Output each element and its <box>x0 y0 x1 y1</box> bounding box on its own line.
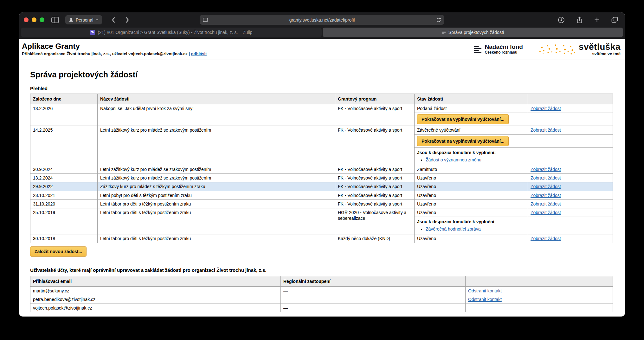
url-text: granty.svetluska.net/zadatel/profil <box>208 17 436 23</box>
view-application-link[interactable]: Zobrazit žádost <box>531 184 561 189</box>
page-content: Správa projektových žádostí Přehled Zalo… <box>19 60 625 317</box>
accounts-table: Přihlašovací email Regionální zastoupení… <box>30 276 613 312</box>
cell-name: Letní zážitkový kurz pro mládež se zrako… <box>98 165 335 173</box>
share-button[interactable] <box>574 15 585 25</box>
view-application-link[interactable]: Zobrazit žádost <box>531 193 561 198</box>
profile-label: Personal <box>76 17 93 23</box>
action-cell: Pokračovat na vyplňování vyúčtování... <box>415 134 613 147</box>
forms-available-label: Jsou k dispozici fomuláře k vyplnění: <box>417 218 610 225</box>
cell-program: Každý něco dokáže (KND) <box>335 234 415 243</box>
cell-name: Letní tábor pro děti s těžkým postižením… <box>98 234 335 243</box>
application-row: 30.9.2024 Letní zážitkový kurz pro mláde… <box>30 165 613 173</box>
form-link[interactable]: Žádost o významnou změnu <box>426 157 481 162</box>
share-icon <box>576 16 583 23</box>
reload-icon <box>436 17 441 23</box>
new-tab-button[interactable] <box>592 15 602 25</box>
forms-cell: Jsou k dispozici fomuláře k vyplnění: Zá… <box>415 217 613 234</box>
col-header-actions <box>528 94 613 104</box>
cell-name: Zážitkový kurz pro mládež s těžkým posti… <box>98 182 335 191</box>
view-application-link[interactable]: Zobrazit žádost <box>531 128 561 133</box>
svetluska-dots-icon <box>538 42 576 56</box>
col-header-date: Založeno dne <box>30 94 98 104</box>
tab-zulip[interactable]: (21) #01 Organizacni > Grant Svetluska (… <box>21 28 322 37</box>
cell-region: — <box>281 286 466 295</box>
cell-program: FK - Volnočasové aktivity a sport <box>335 165 415 173</box>
cell-region: — <box>281 304 466 312</box>
svetluska-tagline: svítíme ve tmě <box>579 51 621 56</box>
cell-actions: Odstranit kontakt <box>466 286 613 295</box>
profile-button[interactable]: Personal <box>65 15 102 24</box>
cell-program: FK - Volnočasové aktivity a sport <box>335 174 415 182</box>
form-link[interactable]: Závěrečná hodnotící zpráva <box>426 226 481 232</box>
chevron-down-icon <box>95 19 99 21</box>
application-row: 30.10.2018 Letní tábor pro děti s těžkým… <box>30 234 613 243</box>
application-row: 31.10.2020 Letní tábor pro děti s těžkým… <box>30 199 613 208</box>
login-info: Přihlášená organizace Život trochu jinak… <box>22 51 207 56</box>
cell-status: Uzavřeno <box>415 208 528 217</box>
cell-name: Letní zážitkový kurz pro mládež se zrako… <box>98 174 335 182</box>
downloads-button[interactable] <box>555 15 567 25</box>
view-application-link[interactable]: Zobrazit žádost <box>531 175 561 180</box>
download-icon <box>558 16 565 23</box>
view-application-link[interactable]: Zobrazit žádost <box>531 106 561 111</box>
continue-settlement-button[interactable]: Pokračovat na vyplňování vyúčtování... <box>417 136 509 146</box>
tab-title: (21) #01 Organizacni > Grant Svetluska (… <box>98 30 252 35</box>
cell-email: petra.benedikova@zivotjinak.cz <box>30 295 281 304</box>
logout-link[interactable]: odhlásit <box>191 51 207 56</box>
cell-date: 30.10.2018 <box>30 234 98 243</box>
minimize-window-button[interactable] <box>32 17 36 22</box>
view-application-link[interactable]: Zobrazit žádost <box>531 167 561 172</box>
cell-email: martin@sukany.cz <box>30 286 281 295</box>
tabs-overview-icon <box>611 17 618 23</box>
table-header-row: Přihlašovací email Regionální zastoupení <box>30 276 613 286</box>
view-application-link[interactable]: Zobrazit žádost <box>531 236 561 241</box>
account-row: petra.benedikova@zivotjinak.cz — Odstran… <box>30 295 613 304</box>
forward-button[interactable] <box>123 15 132 25</box>
reload-button[interactable] <box>436 17 441 23</box>
login-info-text: Přihlášená organizace Život trochu jinak… <box>22 51 190 56</box>
cell-name: Nakopni se: Jak udělat první krok za svý… <box>98 104 335 126</box>
close-window-button[interactable] <box>24 17 29 22</box>
view-application-link[interactable]: Zobrazit žádost <box>531 201 561 206</box>
cell-status: Závěrečné vyúčtování <box>415 126 528 134</box>
address-bar[interactable]: granty.svetluska.net/zadatel/profil <box>200 15 444 25</box>
page-title: Správa projektových žádostí <box>30 70 613 79</box>
account-row: martin@sukany.cz — Odstranit kontakt <box>30 286 613 295</box>
cell-name: Letní pobyt pro děti s těžkým postižením… <box>98 191 335 199</box>
ceskeho-rozhlasu-text: Českého rozhlasu <box>485 50 523 55</box>
application-row: 25.10.2019 Letní tábor pro děti s těžkým… <box>30 208 613 217</box>
zoom-window-button[interactable] <box>40 17 44 22</box>
application-row: 23.10.2021 Letní pobyt pro děti s těžkým… <box>30 191 613 199</box>
cell-actions <box>466 304 613 312</box>
forms-available-label: Jsou k dispozici fomuláře k vyplnění: <box>417 149 610 155</box>
cell-actions: Zobrazit žádost <box>528 234 613 243</box>
create-new-application-button[interactable]: Založit novou žádost... <box>30 246 87 257</box>
sidebar-toggle-button[interactable] <box>49 15 61 25</box>
cell-date: 14.2.2025 <box>30 126 98 165</box>
cell-actions: Zobrazit žádost <box>528 104 613 113</box>
continue-settlement-button[interactable]: Pokračovat na vyplňování vyúčtování... <box>417 114 509 124</box>
forms-list: Závěrečná hodnotící zpráva <box>426 226 610 232</box>
account-row: vojtech.polasek@zivotjinak.cz — <box>30 304 613 312</box>
cell-date: 29.9.2022 <box>30 182 98 191</box>
cell-actions: Zobrazit žádost <box>528 182 613 191</box>
col-header-name: Název žádosti <box>98 94 335 104</box>
cell-date: 30.9.2024 <box>30 165 98 173</box>
application-row: 13.2.2024 Letní zážitkový kurz pro mláde… <box>30 174 613 182</box>
view-application-link[interactable]: Zobrazit žádost <box>531 210 561 215</box>
tab-granty[interactable]: Správa projektových žádostí <box>323 28 623 37</box>
col-header-status: Stav žádosti <box>415 94 528 104</box>
remove-contact-link[interactable]: Odstranit kontakt <box>468 288 502 293</box>
forms-list-item: Žádost o významnou změnu <box>426 157 610 163</box>
tab-overview-button[interactable] <box>609 15 621 25</box>
back-button[interactable] <box>109 15 118 25</box>
cell-email: vojtech.polasek@zivotjinak.cz <box>30 304 281 312</box>
svetluska-logo: světluška svítíme ve tmě <box>538 42 621 56</box>
nadacni-fond-logo-icon <box>473 45 482 54</box>
cell-date: 25.10.2019 <box>30 208 98 234</box>
cell-status: Uzavřeno <box>415 234 528 243</box>
col-header-actions <box>466 276 613 286</box>
zulip-favicon <box>90 30 95 35</box>
forward-chevron-icon <box>126 17 129 23</box>
remove-contact-link[interactable]: Odstranit kontakt <box>468 297 502 302</box>
